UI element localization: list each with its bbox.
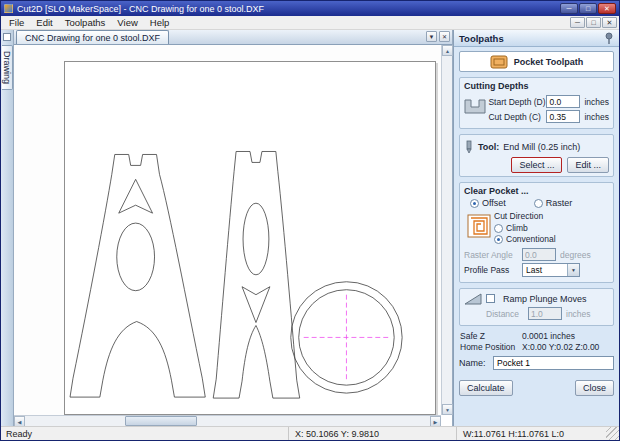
drawing-canvas[interactable] xyxy=(14,45,441,415)
cnc-drawing-svg[interactable] xyxy=(65,62,435,414)
window-title: Cut2D [SLO MakerSpace] - CNC Drawing for… xyxy=(17,4,560,14)
conventional-label: Conventional xyxy=(506,234,556,244)
ramp-checkbox[interactable] xyxy=(486,294,495,303)
cut-depth-input[interactable] xyxy=(546,110,580,123)
scroll-up-icon[interactable]: ▲ xyxy=(442,45,453,56)
ramp-distance-input xyxy=(528,307,562,320)
document-tab-strip: CNC Drawing for one 0 stool.DXF ▼ ✕ xyxy=(14,30,452,45)
clear-pocket-group: Clear Pocket ... Offset Raster xyxy=(459,182,614,283)
profile-pass-label: Profile Pass xyxy=(464,265,522,275)
status-ready: Ready xyxy=(1,429,288,439)
cut-depth-unit: inches xyxy=(584,112,609,122)
menu-view[interactable]: View xyxy=(111,17,143,28)
tool-edit-button[interactable]: Edit ... xyxy=(567,157,609,173)
status-dimensions: W:11.0761 H:11.0761 L:0 xyxy=(456,427,606,440)
close-panel-button[interactable]: Close xyxy=(575,380,614,396)
tool-label: Tool: xyxy=(478,142,499,152)
menu-bar: File Edit Toolpaths View Help ─ □ ✕ xyxy=(1,16,619,30)
horizontal-scroll-thumb[interactable] xyxy=(125,416,197,426)
offset-radio[interactable] xyxy=(470,199,479,208)
middle-side-slot-cutout[interactable] xyxy=(243,203,269,275)
vertical-scrollbar[interactable]: ▲ ▼ xyxy=(441,45,452,415)
end-mill-icon xyxy=(464,140,474,154)
ramp-distance-label: Distance xyxy=(486,309,528,319)
middle-side-arrow-cutout[interactable] xyxy=(242,287,270,323)
profile-pass-value: Last xyxy=(526,265,542,275)
resize-grip[interactable] xyxy=(606,427,619,440)
cut-direction-label: Cut Direction xyxy=(494,211,609,221)
tab-scroll-button[interactable]: ▼ xyxy=(426,31,437,42)
climb-label: Climb xyxy=(506,223,528,233)
clear-pocket-title: Clear Pocket ... xyxy=(464,186,609,196)
scroll-down-icon[interactable]: ▼ xyxy=(442,404,453,415)
horizontal-scrollbar[interactable]: ◀ ▶ xyxy=(14,415,441,426)
ramp-label: Ramp Plunge Moves xyxy=(503,294,587,304)
profile-pass-dropdown[interactable]: Last ▼ xyxy=(522,263,580,277)
menu-edit[interactable]: Edit xyxy=(30,17,58,28)
toolpath-name-label: Name: xyxy=(459,358,493,368)
home-position-value: X:0.00 Y:0.02 Z:0.00 xyxy=(522,342,599,352)
machine-info: Safe Z 0.0001 inches Home Position X:0.0… xyxy=(460,331,613,352)
close-button[interactable]: ✕ xyxy=(598,3,616,14)
toolpaths-panel: Toolpaths Pocket Toolpath Cutti xyxy=(453,30,619,426)
home-position-label: Home Position xyxy=(460,342,522,352)
left-side-outline[interactable] xyxy=(70,154,205,397)
minimize-button[interactable]: ─ xyxy=(560,3,578,14)
cut-depth-label: Cut Depth (C) xyxy=(488,112,546,122)
start-depth-unit: inches xyxy=(584,97,609,107)
app-icon xyxy=(4,4,13,13)
depth-diagram-icon xyxy=(464,97,486,115)
conventional-radio[interactable] xyxy=(494,235,503,244)
canvas-area: CNC Drawing for one 0 stool.DXF ▼ ✕ xyxy=(14,30,453,426)
menu-help[interactable]: Help xyxy=(144,17,176,28)
tool-name: End Mill (0.25 inch) xyxy=(503,142,580,152)
left-tab-strip: Drawing xyxy=(1,30,14,426)
left-side-arrow-cutout[interactable] xyxy=(119,179,153,213)
dropdown-arrow-icon[interactable]: ▼ xyxy=(567,264,579,276)
raster-radio[interactable] xyxy=(534,199,543,208)
title-bar[interactable]: Cut2D [SLO MakerSpace] - CNC Drawing for… xyxy=(1,1,619,16)
status-bar: Ready X: 50.1066 Y: 9.9810 W:11.0761 H:1… xyxy=(1,426,619,440)
raster-angle-label: Raster Angle xyxy=(464,250,522,260)
raster-angle-input xyxy=(522,248,556,261)
raster-angle-unit: degrees xyxy=(560,250,591,260)
tab-drawing[interactable]: Drawing xyxy=(2,45,13,90)
raster-label: Raster xyxy=(546,198,573,208)
tool-select-button[interactable]: Select ... xyxy=(511,157,562,173)
mdi-minimize-button[interactable]: ─ xyxy=(570,17,585,28)
pin-icon[interactable] xyxy=(604,32,614,44)
menu-toolpaths[interactable]: Toolpaths xyxy=(59,17,112,28)
toolpath-type-label: Pocket Toolpath xyxy=(514,57,583,67)
ramp-group: Ramp Plunge Moves Distance inches xyxy=(459,288,614,326)
safe-z-label: Safe Z xyxy=(460,331,522,341)
status-cursor-position: X: 50.1066 Y: 9.9810 xyxy=(288,427,456,440)
tab-document[interactable]: CNC Drawing for one 0 stool.DXF xyxy=(16,30,169,44)
menu-file[interactable]: File xyxy=(3,17,30,28)
left-side-oval-cutout[interactable] xyxy=(117,223,155,291)
mdi-close-button[interactable]: ✕ xyxy=(602,17,617,28)
panel-title: Toolpaths xyxy=(459,33,504,44)
tab-close-button[interactable]: ✕ xyxy=(439,31,450,42)
climb-radio[interactable] xyxy=(494,224,503,233)
tool-group: Tool: End Mill (0.25 inch) Select ... Ed… xyxy=(459,134,614,177)
offset-label: Offset xyxy=(482,198,506,208)
toolpath-name-input[interactable] xyxy=(493,356,614,370)
start-depth-input[interactable] xyxy=(546,95,580,108)
cutting-depths-group: Cutting Depths Start Depth (D) inches xyxy=(459,77,614,129)
ramp-icon xyxy=(464,292,482,305)
toolpath-type-header: Pocket Toolpath xyxy=(459,51,614,72)
offset-pattern-icon xyxy=(467,214,491,238)
mdi-restore-button[interactable]: □ xyxy=(586,17,601,28)
calculate-button[interactable]: Calculate xyxy=(459,380,513,396)
document-icon xyxy=(3,33,11,41)
ramp-distance-unit: inches xyxy=(566,309,591,319)
safe-z-value: 0.0001 inches xyxy=(522,331,575,341)
start-depth-label: Start Depth (D) xyxy=(488,97,546,107)
app-window: Cut2D [SLO MakerSpace] - CNC Drawing for… xyxy=(0,0,620,441)
maximize-button[interactable]: □ xyxy=(579,3,597,14)
drawing-page[interactable] xyxy=(64,61,436,415)
pocket-toolpath-icon xyxy=(490,55,508,69)
cutting-depths-title: Cutting Depths xyxy=(464,81,609,91)
